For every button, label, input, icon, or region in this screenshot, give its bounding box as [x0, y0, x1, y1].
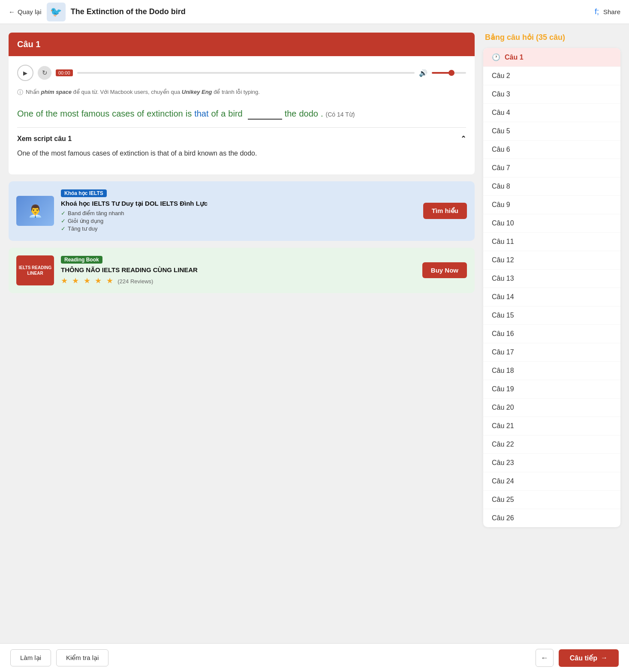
- promo-card-book: IELTS READING LINEAR Reading Book THÔNG …: [9, 248, 475, 293]
- question-item-23[interactable]: Câu 23: [483, 454, 620, 472]
- clock-icon: 🕐: [492, 53, 500, 61]
- question-item-label-13: Câu 13: [492, 275, 514, 282]
- question-item-label-26: Câu 26: [492, 514, 514, 522]
- next-arrow-icon: →: [601, 654, 608, 662]
- share-label[interactable]: Share: [603, 8, 620, 15]
- prev-button[interactable]: ←: [536, 649, 554, 667]
- word-dot: .: [321, 104, 323, 123]
- question-item-19[interactable]: Câu 19: [483, 380, 620, 399]
- logo-icon: 🐦: [50, 6, 62, 18]
- star-2: ★: [72, 276, 79, 285]
- question-item-8[interactable]: Câu 8: [483, 177, 620, 196]
- question-item-label-25: Câu 25: [492, 496, 514, 504]
- reset-button[interactable]: Làm lại: [10, 649, 51, 666]
- promo-image-book: IELTS READING LINEAR: [16, 255, 54, 285]
- right-panel: Bảng câu hỏi (35 câu) 🕐Câu 1Câu 2Câu 3Câ…: [483, 33, 620, 527]
- promo-btn-ielts[interactable]: Tìm hiểu: [423, 203, 467, 219]
- word-famous: famous: [81, 104, 110, 123]
- promo-features-ielts: ✓ Band điểm tăng nhanh ✓ Giỏi ứng dụng ✓…: [61, 210, 416, 232]
- question-item-9[interactable]: Câu 9: [483, 196, 620, 214]
- question-item-26[interactable]: Câu 26: [483, 509, 620, 527]
- next-button[interactable]: Câu tiếp →: [559, 649, 619, 667]
- question-item-6[interactable]: Câu 6: [483, 141, 620, 159]
- question-item-label-2: Câu 2: [492, 72, 510, 80]
- header-logo: 🐦: [47, 3, 66, 21]
- word-the1: the: [46, 104, 58, 123]
- feature-3: ✓ Tăng tư duy: [61, 225, 416, 232]
- volume-thumb: [448, 70, 454, 76]
- question-item-22[interactable]: Câu 22: [483, 435, 620, 454]
- info-icon: ⓘ: [17, 89, 23, 96]
- question-item-2[interactable]: Câu 2: [483, 67, 620, 85]
- promo-stars: ★ ★ ★ ★ ★ (224 Reviews): [61, 276, 415, 285]
- star-4: ★: [95, 276, 102, 285]
- question-item-14[interactable]: Câu 14: [483, 288, 620, 306]
- play-button[interactable]: ▶: [17, 65, 33, 81]
- audio-player: ▶ ↻ 00:00 🔊: [17, 65, 466, 81]
- star-5: ★: [106, 276, 113, 285]
- page-title: The Extinction of the Dodo bird: [71, 7, 186, 16]
- question-item-label-21: Câu 21: [492, 422, 514, 430]
- question-item-label-15: Câu 15: [492, 312, 514, 319]
- hint-space: phím space: [41, 89, 72, 95]
- facebook-icon[interactable]: f;: [595, 7, 599, 16]
- question-item-4[interactable]: Câu 4: [483, 104, 620, 122]
- question-item-25[interactable]: Câu 25: [483, 491, 620, 509]
- promo-info-ielts: Khóa học IELTS Khoá học IELTS Tư Duy tại…: [61, 189, 416, 233]
- question-item-3[interactable]: Câu 3: [483, 85, 620, 104]
- question-item-13[interactable]: Câu 13: [483, 270, 620, 288]
- question-item-label-5: Câu 5: [492, 127, 510, 135]
- question-header: Câu 1: [9, 33, 475, 56]
- question-item-label-14: Câu 14: [492, 293, 514, 301]
- word-that: that: [194, 104, 208, 123]
- question-item-17[interactable]: Câu 17: [483, 343, 620, 362]
- question-item-7[interactable]: Câu 7: [483, 159, 620, 177]
- question-card: ▶ ↻ 00:00 🔊 ⓘ Nhấn phím space để qua từ.…: [9, 56, 475, 174]
- refresh-button[interactable]: ↻: [38, 66, 51, 80]
- star-3: ★: [84, 276, 90, 285]
- question-item-label-12: Câu 12: [492, 256, 514, 264]
- word-cases: cases: [112, 104, 134, 123]
- header-actions: f; Share: [595, 7, 620, 16]
- main-layout: Câu 1 ▶ ↻ 00:00 🔊 ⓘ Nhấn phím: [0, 24, 629, 561]
- script-toggle[interactable]: Xem script câu 1 ⌃: [17, 128, 466, 148]
- question-item-15[interactable]: Câu 15: [483, 306, 620, 325]
- feature-2: ✓ Giỏi ứng dụng: [61, 218, 416, 224]
- question-item-label-20: Câu 20: [492, 404, 514, 411]
- question-item-label-3: Câu 3: [492, 90, 510, 98]
- question-item-label-6: Câu 6: [492, 146, 510, 153]
- script-section: Xem script câu 1 ⌃ One of the most famou…: [17, 127, 466, 166]
- question-item-21[interactable]: Câu 21: [483, 417, 620, 435]
- back-button[interactable]: ← Quay lại: [9, 8, 42, 16]
- question-item-label-19: Câu 19: [492, 385, 514, 393]
- question-item-label-18: Câu 18: [492, 367, 514, 375]
- question-item-16[interactable]: Câu 16: [483, 325, 620, 343]
- question-item-10[interactable]: Câu 10: [483, 214, 620, 233]
- word-is: is: [186, 104, 192, 123]
- question-item-24[interactable]: Câu 24: [483, 472, 620, 491]
- question-item-label-9: Câu 9: [492, 201, 510, 209]
- promo-btn-book[interactable]: Buy Now: [422, 262, 467, 278]
- feature-1: ✓ Band điểm tăng nhanh: [61, 210, 416, 216]
- answer-input[interactable]: [248, 109, 282, 120]
- check-button[interactable]: Kiểm tra lại: [56, 649, 108, 666]
- question-item-11[interactable]: Câu 11: [483, 233, 620, 251]
- word-one: One: [17, 104, 33, 123]
- hint-unikey: Unikey Eng: [182, 89, 212, 95]
- promo-image-ielts: 👨‍💼: [16, 196, 54, 226]
- question-item-12[interactable]: Câu 12: [483, 251, 620, 270]
- question-item-18[interactable]: Câu 18: [483, 362, 620, 380]
- question-item-1[interactable]: 🕐Câu 1: [483, 48, 620, 67]
- volume-slider[interactable]: [432, 72, 466, 74]
- question-item-label-16: Câu 16: [492, 330, 514, 338]
- star-1: ★: [61, 276, 68, 285]
- question-item-label-1: Câu 1: [505, 54, 524, 61]
- question-item-5[interactable]: Câu 5: [483, 122, 620, 141]
- question-item-20[interactable]: Câu 20: [483, 399, 620, 417]
- progress-bar[interactable]: [77, 72, 415, 74]
- word-count: (Có 14 Từ): [326, 108, 355, 121]
- promo-info-book: Reading Book THÔNG NÃO IELTS READING CÙN…: [61, 255, 415, 285]
- promo-title-ielts: Khoá học IELTS Tư Duy tại DOL IELTS Đình…: [61, 200, 416, 207]
- question-item-label-22: Câu 22: [492, 441, 514, 448]
- word-a: a: [221, 104, 226, 123]
